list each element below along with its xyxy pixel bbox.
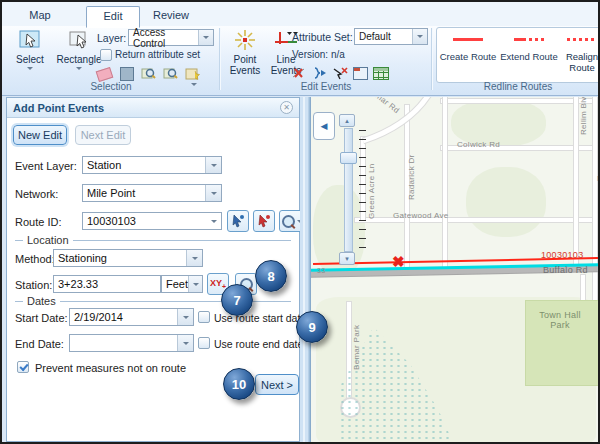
- redline-routes-group-label: Redline Routes: [442, 81, 594, 92]
- callout-7-badge: 7: [221, 284, 253, 316]
- prevent-measures-label: Prevent measures not on route: [35, 362, 186, 374]
- location-legend: Location: [15, 234, 291, 246]
- route-id-combobox[interactable]: 10030103: [82, 212, 222, 230]
- merge-events-icon[interactable]: [311, 66, 327, 82]
- callout-10-badge: 10: [223, 368, 255, 400]
- rectangle-dropdown-caret-icon[interactable]: [76, 67, 82, 70]
- station-value: 3+23.33: [58, 278, 98, 290]
- tab-review[interactable]: Review: [142, 6, 200, 26]
- rellim-blvd-label: Rellim Blvd: [579, 97, 588, 135]
- network-combobox[interactable]: Mile Point: [82, 184, 222, 202]
- start-date-arrow[interactable]: [177, 309, 193, 325]
- layer-combobox-value: Access Control: [133, 27, 198, 49]
- selection-attributes-icon[interactable]: [185, 66, 201, 82]
- select-route-on-map-button[interactable]: [227, 210, 249, 232]
- new-edit-button[interactable]: New Edit: [13, 125, 67, 145]
- network-arrow[interactable]: [205, 185, 221, 201]
- route-search-icon: [282, 215, 295, 228]
- selection-rectangle-icon[interactable]: [119, 66, 135, 82]
- panel-map-splitter[interactable]: [300, 97, 310, 444]
- layer-combobox[interactable]: Access Control: [128, 29, 214, 46]
- start-date-value: 2/19/2014: [74, 311, 123, 323]
- location-legend-text: Location: [27, 234, 69, 246]
- next-button[interactable]: Next >: [255, 374, 299, 395]
- return-attribute-set-label: Return attribute set: [115, 49, 200, 60]
- end-date-picker[interactable]: [69, 334, 194, 352]
- attribute-set-combobox[interactable]: Default: [354, 28, 428, 45]
- start-date-picker[interactable]: 2/19/2014: [69, 308, 194, 326]
- clear-route-selection-button[interactable]: [253, 210, 275, 232]
- station-input[interactable]: 3+23.33: [53, 275, 161, 293]
- end-date-arrow[interactable]: [177, 335, 193, 351]
- use-route-start-date-checkbox[interactable]: [198, 311, 210, 323]
- event-editor-window: Map Edit Review Select Rectangle: [0, 0, 600, 444]
- gatewood-ave-label: Gatewood Ave: [393, 211, 449, 220]
- select-tool-icon: [18, 28, 42, 54]
- extend-route-button[interactable]: Extend Route: [500, 32, 558, 62]
- prevent-measures-checkbox[interactable]: [17, 361, 29, 373]
- attribute-set-arrow[interactable]: [412, 29, 427, 44]
- realign-route-line-icon: [567, 38, 597, 41]
- realign-route-button[interactable]: Realign Route: [562, 32, 600, 73]
- split-event-icon[interactable]: [291, 66, 307, 82]
- attribute-set-label: Attribute Set:: [292, 31, 353, 43]
- delete-event-icon[interactable]: [332, 66, 348, 82]
- units-combobox[interactable]: Feet: [161, 275, 203, 293]
- next-edit-button[interactable]: Next Edit: [75, 125, 131, 145]
- create-route-button[interactable]: Create Route: [440, 32, 496, 62]
- route-id-label: Route ID:: [15, 216, 61, 228]
- point-events-button[interactable]: Point Events: [226, 28, 264, 76]
- selection-group-label: Selection: [7, 81, 215, 92]
- extend-route-label: Extend Route: [500, 51, 558, 62]
- ribbon-tabbar: Map Edit Review: [2, 2, 598, 27]
- radarick-dr-label: Radarick Dr: [407, 154, 416, 200]
- tab-edit[interactable]: Edit: [86, 6, 140, 28]
- callout-9-badge: 9: [296, 311, 328, 343]
- method-arrow[interactable]: [186, 250, 202, 266]
- event-layer-combobox[interactable]: Station: [82, 156, 222, 174]
- panel-close-icon[interactable]: ✕: [280, 101, 293, 114]
- realign-route-label: Realign Route: [562, 51, 600, 73]
- method-label: Method:: [15, 253, 55, 265]
- collapse-panel-tab[interactable]: ◀: [313, 112, 335, 140]
- vegetation-area: [466, 167, 546, 237]
- zoom-to-selection-icon[interactable]: [141, 66, 157, 82]
- zoom-in-button[interactable]: ▴: [339, 114, 355, 127]
- method-combobox[interactable]: Stationing: [53, 249, 203, 267]
- route-id-caret-icon[interactable]: [211, 220, 217, 223]
- start-date-label: Start Date:: [15, 312, 68, 324]
- zoom-out-button[interactable]: ▾: [339, 252, 355, 265]
- map-view[interactable]: Town Hall Park ✖ mar Rd Colwick Rd Gatew…: [310, 97, 600, 444]
- return-attribute-set-checkbox[interactable]: [100, 49, 112, 61]
- curved-road: [311, 97, 600, 157]
- town-hall-park-label: Town Hall Park: [538, 310, 582, 330]
- bemar-park-label: Bemar Park: [352, 325, 361, 370]
- event-layer-value: Station: [87, 159, 121, 171]
- network-label: Network:: [15, 188, 58, 200]
- select-route-on-map-icon: [231, 214, 245, 228]
- layer-combobox-arrow[interactable]: [198, 30, 213, 45]
- units-arrow[interactable]: [188, 276, 202, 292]
- select-tool-button[interactable]: Select: [8, 28, 52, 70]
- event-table-icon[interactable]: [373, 66, 389, 82]
- ribbon: Select Rectangle Layer: Access Control R…: [2, 26, 598, 96]
- attribute-set-value: Default: [359, 31, 391, 42]
- zoom-slider-handle[interactable]: [340, 152, 357, 164]
- panel-title: Add Point Events: [7, 98, 299, 118]
- layer-label: Layer:: [97, 32, 126, 44]
- extend-route-line-icon: [514, 38, 544, 41]
- event-layer-arrow[interactable]: [205, 157, 221, 173]
- zoom-slider-track[interactable]: [344, 128, 353, 252]
- network-value: Mile Point: [87, 187, 135, 199]
- zoom-slider-ticks: [359, 130, 366, 248]
- units-value: Feet: [166, 278, 188, 290]
- event-overview-window-icon[interactable]: [353, 66, 369, 82]
- buffalo-rd-label: Buffalo Rd: [543, 265, 588, 275]
- select-dropdown-caret-icon[interactable]: [27, 67, 33, 70]
- dates-legend-text: Dates: [27, 295, 56, 307]
- tab-map[interactable]: Map: [14, 6, 66, 26]
- route-id-value: 10030103: [87, 215, 136, 227]
- clear-selection-icon[interactable]: [97, 66, 113, 82]
- pan-to-selection-icon[interactable]: [163, 66, 179, 82]
- use-route-end-date-checkbox[interactable]: [198, 337, 210, 349]
